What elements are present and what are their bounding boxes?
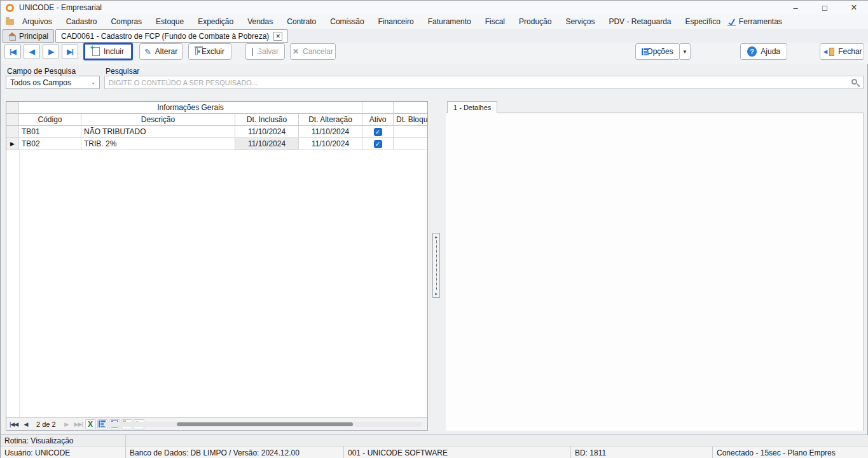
ajuda-label: Ajuda bbox=[761, 47, 780, 56]
record-last-button[interactable]: ▶| bbox=[62, 44, 78, 59]
salvar-label: Salvar bbox=[257, 47, 279, 56]
campo-pesquisa-value: Todos os Campos bbox=[10, 78, 71, 87]
tools-icon bbox=[727, 18, 736, 26]
ativo-checkbox[interactable]: ✓ bbox=[374, 128, 382, 136]
cancelar-label: Cancelar bbox=[303, 47, 333, 56]
menu-contrato[interactable]: Contrato bbox=[280, 16, 323, 27]
col-header-ativo[interactable]: Ativo bbox=[362, 114, 394, 126]
close-button[interactable]: × bbox=[839, 1, 868, 15]
menu-fiscal[interactable]: Fiscal bbox=[478, 16, 512, 27]
record-first-button[interactable]: |◀ bbox=[4, 44, 21, 59]
cell-dt-inclusao[interactable]: 11/10/2024 bbox=[235, 138, 299, 150]
cell-codigo[interactable]: TB02 bbox=[19, 138, 81, 150]
cell-codigo[interactable]: TB01 bbox=[19, 126, 81, 138]
menu-especifico[interactable]: Específico bbox=[678, 16, 727, 27]
status-bd: BD: 1811 bbox=[571, 447, 713, 458]
pager-next-button[interactable]: ▶ bbox=[61, 419, 72, 429]
incluir-button[interactable]: + Incluir bbox=[83, 43, 133, 60]
campo-pesquisa-select[interactable]: Todos os Campos ⌄ bbox=[6, 76, 100, 89]
status-empresa: 001 - UNICODE SOFTWARE bbox=[344, 447, 571, 458]
pager-position: 2 de 2 bbox=[32, 420, 60, 428]
menu-servicos[interactable]: Serviços bbox=[558, 16, 602, 27]
menu-financeiro[interactable]: Financeiro bbox=[371, 16, 421, 27]
tab-cad0061-label: CAD0061 - Cadastro de FCP (Fundo de Comb… bbox=[61, 32, 269, 41]
grid-group-header: Informações Gerais bbox=[19, 102, 362, 114]
col-header-dt-alteracao[interactable]: Dt. Alteração bbox=[299, 114, 362, 126]
status-rotina: Rotina: Visualização bbox=[1, 435, 126, 446]
fechar-button[interactable]: ◄ Fechar bbox=[820, 43, 864, 60]
tab-detalhes[interactable]: 1 - Detalhes bbox=[447, 101, 497, 113]
grid-navigator: |◀◀ ◀ 2 de 2 ▶ ▶▶| X ↻ bbox=[6, 417, 427, 430]
tab-strip: Principal CAD0061 - Cadastro de FCP (Fun… bbox=[1, 29, 868, 43]
col-header-dt-bloqueio[interactable]: Dt. Bloqueio bbox=[394, 114, 428, 126]
pager-prev-button[interactable]: ◀ bbox=[20, 419, 31, 429]
grid-corner-cell bbox=[6, 102, 19, 114]
menu-estoque[interactable]: Estoque bbox=[149, 16, 191, 27]
alterar-button[interactable]: ✎ Alterar bbox=[139, 43, 183, 60]
search-icon[interactable] bbox=[851, 79, 857, 85]
pesquisar-label: Pesquisar bbox=[106, 67, 139, 76]
selector-column-line bbox=[19, 150, 20, 417]
table-row[interactable]: TB01 NÃO TRIBUTADO 11/10/2024 11/10/2024… bbox=[6, 126, 428, 138]
cancelar-button[interactable]: ✕ Cancelar bbox=[290, 43, 336, 60]
cell-dt-inclusao[interactable]: 11/10/2024 bbox=[235, 126, 299, 138]
opcoes-button[interactable]: Opções bbox=[635, 43, 680, 60]
ajuda-button[interactable]: ? Ajuda bbox=[740, 43, 787, 60]
pager-last-button[interactable]: ▶▶| bbox=[73, 419, 84, 429]
cell-dt-bloqueio[interactable] bbox=[394, 126, 428, 138]
menu-vendas[interactable]: Vendas bbox=[240, 16, 280, 27]
incluir-label: Incluir bbox=[104, 47, 124, 56]
cell-descricao[interactable]: NÃO TRIBUTADO bbox=[81, 126, 235, 138]
menu-comissao[interactable]: Comissão bbox=[323, 16, 371, 27]
table-row-selected[interactable]: ▶ TB02 TRIB. 2% 11/10/2024 11/10/2024 ✓ bbox=[6, 138, 428, 150]
pager-first-button[interactable]: |◀◀ bbox=[8, 419, 19, 429]
options-tree-icon bbox=[642, 48, 643, 55]
tab-principal[interactable]: Principal bbox=[3, 29, 54, 43]
tab-cad0061[interactable]: CAD0061 - Cadastro de FCP (Fundo de Comb… bbox=[55, 29, 288, 43]
alterar-label: Alterar bbox=[155, 47, 177, 56]
excluir-label: Excluir bbox=[202, 47, 224, 56]
menu-pdv-retaguarda[interactable]: PDV - Retaguarda bbox=[602, 16, 678, 27]
col-header-codigo[interactable]: Código bbox=[19, 114, 81, 126]
records-grid: Informações Gerais Código Descrição Dt. … bbox=[6, 101, 428, 431]
opcoes-dropdown-button[interactable]: ▼ bbox=[679, 43, 691, 60]
menu-arquivos[interactable]: Arquivos bbox=[15, 16, 59, 27]
menu-cadastro[interactable]: Cadastro bbox=[59, 16, 104, 27]
home-icon bbox=[8, 32, 16, 39]
export-excel-icon[interactable]: X bbox=[85, 419, 96, 429]
excluir-button[interactable]: Excluir bbox=[188, 43, 231, 60]
trash-icon bbox=[195, 48, 198, 55]
search-input[interactable] bbox=[104, 76, 864, 89]
cell-dt-alteracao[interactable]: 11/10/2024 bbox=[299, 138, 362, 150]
cell-dt-bloqueio[interactable] bbox=[394, 138, 428, 150]
scrollbar-thumb[interactable] bbox=[177, 422, 353, 426]
panel-splitter[interactable]: ▸ ▸ bbox=[432, 233, 440, 298]
minimize-button[interactable]: – bbox=[781, 1, 810, 15]
cell-dt-alteracao[interactable]: 11/10/2024 bbox=[299, 126, 362, 138]
status-banco: Banco de Dados: DB LIMPO / Versão: 2024.… bbox=[126, 447, 344, 458]
tab-close-icon[interactable]: ✕ bbox=[273, 32, 282, 41]
restore-button[interactable]: □ bbox=[810, 1, 839, 15]
menu-compras[interactable]: Compras bbox=[104, 16, 149, 27]
select-chevron-icon: ⌄ bbox=[91, 80, 95, 85]
record-prev-button[interactable]: ◀ bbox=[24, 44, 40, 59]
record-next-button[interactable]: ▶ bbox=[43, 44, 59, 59]
opcoes-label: Opções bbox=[647, 47, 673, 56]
app-window: UNICODE - Empresarial – □ × Arquivos Cad… bbox=[0, 0, 868, 458]
status-bar-bottom: Usuário: UNICODE Banco de Dados: DB LIMP… bbox=[1, 446, 868, 458]
salvar-button[interactable]: Salvar bbox=[245, 43, 285, 60]
splitter-grip bbox=[436, 240, 437, 290]
col-header-dt-inclusao[interactable]: Dt. Inclusão bbox=[235, 114, 299, 126]
grid-horizontal-scrollbar[interactable] bbox=[104, 422, 422, 427]
menu-producao[interactable]: Produção bbox=[512, 16, 558, 27]
menu-expedicao[interactable]: Expedição bbox=[191, 16, 240, 27]
cancel-x-icon: ✕ bbox=[293, 47, 299, 56]
cell-descricao[interactable]: TRIB. 2% bbox=[81, 138, 235, 150]
menu-bar: Arquivos Cadastro Compras Estoque Expedi… bbox=[1, 15, 868, 29]
menu-ferramentas[interactable]: Ferramentas bbox=[738, 16, 789, 27]
menu-faturamento[interactable]: Faturamento bbox=[421, 16, 478, 27]
col-header-descricao[interactable]: Descrição bbox=[81, 114, 235, 126]
splitter-arrow-top-icon: ▸ bbox=[435, 235, 437, 239]
chevron-down-icon: ▼ bbox=[682, 49, 687, 55]
ativo-checkbox[interactable]: ✓ bbox=[374, 140, 382, 148]
